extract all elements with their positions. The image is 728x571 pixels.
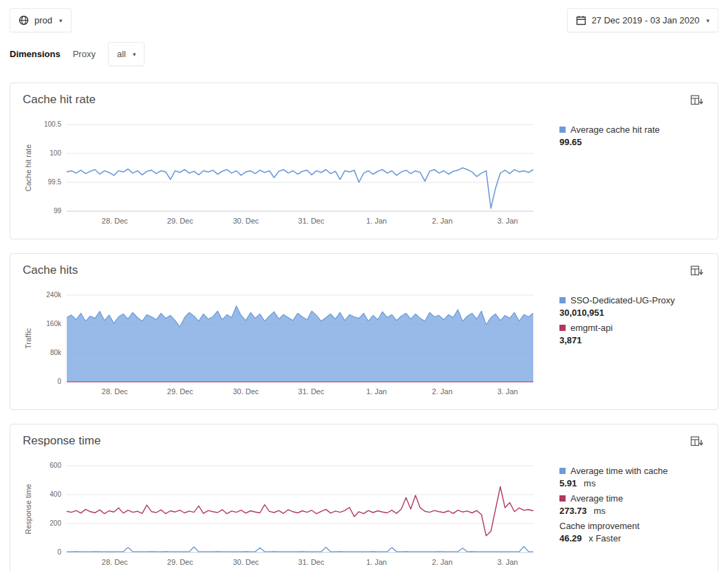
x-tick-label: 1. Jan	[366, 217, 387, 225]
card-header: Cache hit rate	[23, 93, 705, 108]
export-chart-button[interactable]	[689, 263, 705, 279]
card-title: Cache hit rate	[23, 93, 96, 107]
series-area[interactable]	[67, 306, 533, 382]
export-data-icon	[690, 94, 704, 107]
x-tick-label: 1. Jan	[366, 387, 387, 396]
y-tick-label: 99	[54, 207, 62, 215]
legend-swatch	[559, 468, 566, 474]
card-header: Response time	[23, 434, 705, 449]
chart-legend: SSO-Dedicated-UG-Proxy30,010,951emgmt-ap…	[542, 286, 705, 401]
x-tick-label: 31. Dec	[298, 387, 324, 396]
environment-value: prod	[34, 15, 52, 25]
export-data-icon	[690, 265, 704, 277]
y-tick-label: 100	[50, 149, 61, 157]
legend-item-label[interactable]: Average cache hit rate	[559, 125, 705, 135]
legend-value: 99.65	[559, 137, 705, 147]
x-tick-label: 2. Jan	[432, 217, 453, 225]
y-tick-label: 240k	[46, 291, 62, 299]
legend-value: 3,871	[559, 335, 705, 345]
card-header: Cache hits	[23, 263, 705, 279]
legend-value: 273.73ms	[559, 506, 705, 516]
chart-legend: Average time with cache5.91msAverage tim…	[542, 456, 705, 571]
y-axis-title: Traffic	[24, 328, 32, 349]
cache-performance-dashboard: prod ▾ 27 Dec 2019 - 03 Jan 2020 ▾ Dimen…	[0, 0, 728, 571]
legend-swatch	[559, 325, 566, 331]
cache-hit-rate-chart[interactable]: 9999.5100100.528. Dec29. Dec30. Dec31. D…	[23, 115, 542, 230]
x-tick-label: 30. Dec	[233, 217, 259, 225]
card-body: 9999.5100100.528. Dec29. Dec30. Dec31. D…	[23, 115, 705, 230]
chevron-down-icon: ▾	[706, 17, 709, 24]
response-time-chart[interactable]: 020040060028. Dec29. Dec30. Dec31. Dec1.…	[23, 456, 542, 571]
legend-item-label[interactable]: SSO-Dedicated-UG-Proxy	[559, 295, 705, 305]
proxy-select-value: all	[117, 49, 126, 59]
y-tick-label: 200	[50, 519, 61, 527]
card-response-time: Response time 020040060028. Dec29. Dec30…	[10, 424, 718, 571]
legend-value: 46.29x Faster	[559, 533, 705, 543]
chart-region: 9999.5100100.528. Dec29. Dec30. Dec31. D…	[23, 115, 542, 230]
x-tick-label: 30. Dec	[233, 387, 259, 396]
chart-region: 080k160k240k28. Dec29. Dec30. Dec31. Dec…	[23, 286, 542, 401]
export-chart-button[interactable]	[689, 93, 705, 108]
card-body: 020040060028. Dec29. Dec30. Dec31. Dec1.…	[23, 456, 705, 571]
card-cache-hits: Cache hits 080k160k240k28. Dec29. Dec30.…	[10, 253, 718, 410]
topbar: prod ▾ 27 Dec 2019 - 03 Jan 2020 ▾	[10, 8, 718, 32]
legend-item-label: Cache improvement	[559, 521, 705, 531]
legend-swatch	[559, 495, 566, 502]
date-range-picker[interactable]: 27 Dec 2019 - 03 Jan 2020 ▾	[567, 8, 718, 32]
globe-icon	[19, 15, 29, 25]
x-tick-label: 31. Dec	[298, 558, 324, 566]
export-data-icon	[690, 435, 704, 448]
legend-value: 5.91ms	[559, 478, 705, 488]
y-tick-label: 0	[57, 378, 61, 385]
x-tick-label: 31. Dec	[298, 217, 324, 225]
chart-legend: Average cache hit rate99.65	[542, 115, 705, 230]
x-tick-label: 28. Dec	[102, 558, 128, 566]
card-title: Cache hits	[23, 263, 78, 277]
y-tick-label: 0	[57, 548, 61, 556]
date-range-value: 27 Dec 2019 - 03 Jan 2020	[592, 15, 700, 25]
x-tick-label: 28. Dec	[102, 387, 128, 396]
series-line[interactable]	[67, 487, 533, 536]
y-tick-label: 80k	[50, 349, 62, 356]
x-tick-label: 3. Jan	[497, 217, 518, 225]
proxy-label: Proxy	[73, 49, 96, 59]
filters-row: Dimensions Proxy all ▾	[10, 42, 718, 66]
cache-hits-chart[interactable]: 080k160k240k28. Dec29. Dec30. Dec31. Dec…	[23, 286, 542, 401]
y-tick-label: 99.5	[48, 178, 62, 186]
y-axis-title: Cache hit rate	[24, 144, 32, 191]
card-title: Response time	[23, 434, 100, 448]
y-tick-label: 160k	[46, 320, 62, 327]
dimensions-label: Dimensions	[10, 49, 61, 59]
x-tick-label: 2. Jan	[432, 387, 453, 396]
legend-item-label[interactable]: Average time	[559, 493, 705, 504]
export-chart-button[interactable]	[689, 434, 705, 449]
y-tick-label: 600	[50, 462, 61, 469]
y-tick-label: 100.5	[44, 120, 61, 128]
legend-item-label[interactable]: emgmt-api	[559, 323, 705, 333]
environment-selector[interactable]: prod ▾	[10, 8, 72, 32]
proxy-select[interactable]: all ▾	[108, 42, 145, 66]
x-tick-label: 29. Dec	[167, 217, 193, 225]
x-tick-label: 29. Dec	[167, 387, 193, 396]
x-tick-label: 30. Dec	[233, 558, 259, 566]
x-tick-label: 1. Jan	[366, 558, 387, 566]
x-tick-label: 3. Jan	[497, 387, 518, 396]
legend-value: 30,010,951	[559, 308, 705, 318]
x-tick-label: 29. Dec	[167, 558, 193, 566]
legend-swatch	[559, 127, 566, 133]
card-body: 080k160k240k28. Dec29. Dec30. Dec31. Dec…	[23, 286, 705, 401]
y-axis-title: Response time	[24, 484, 32, 534]
x-tick-label: 2. Jan	[432, 558, 453, 566]
calendar-icon	[576, 15, 586, 25]
legend-item-label[interactable]: Average time with cache	[559, 466, 705, 476]
card-cache-hit-rate: Cache hit rate 9999.5100100.528. Dec29. …	[10, 83, 718, 239]
legend-swatch	[559, 297, 566, 303]
chevron-down-icon: ▾	[133, 51, 136, 58]
series-line[interactable]	[67, 168, 533, 208]
x-tick-label: 28. Dec	[102, 217, 128, 225]
y-tick-label: 400	[50, 491, 61, 498]
chevron-down-icon: ▾	[59, 17, 63, 24]
chart-region: 020040060028. Dec29. Dec30. Dec31. Dec1.…	[23, 456, 542, 571]
x-tick-label: 3. Jan	[497, 558, 518, 566]
series-line[interactable]	[67, 547, 533, 552]
